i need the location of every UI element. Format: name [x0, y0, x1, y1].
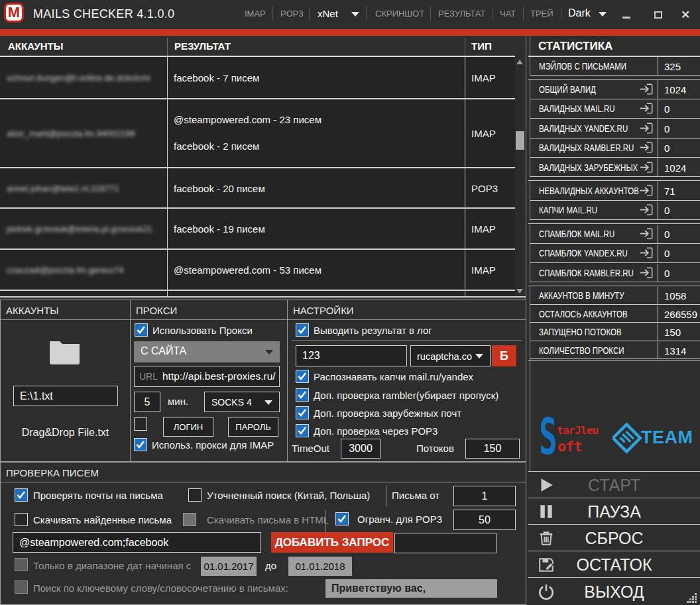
cell-result: facebook - 19 писем: [174, 223, 265, 235]
export-arrow-icon[interactable]: [639, 246, 654, 260]
stat-row: ОБЩИЙ ВАЛИД1024: [530, 80, 700, 99]
rambler-check-checkbox[interactable]: [296, 388, 309, 402]
settings-panel-title: НАСТРОЙКИ: [293, 305, 354, 316]
table-row[interactable]: piotrek.grzesiuk@interia.pl.grzesiuk21 f…: [0, 209, 515, 250]
export-arrow-icon[interactable]: [639, 227, 654, 241]
pop3-limit-checkbox[interactable]: [335, 512, 349, 525]
menu-pop3[interactable]: POP3: [280, 9, 304, 19]
date-range-checkbox[interactable]: [15, 558, 28, 571]
table-row[interactable]: annet.johan@tele2.nl.316771 facebook - 2…: [0, 168, 515, 209]
proxy-minutes-input[interactable]: 5: [134, 392, 160, 412]
letters-from-input[interactable]: 1: [453, 486, 516, 506]
stat-value: 1314: [664, 345, 686, 356]
check-mail-checkbox[interactable]: [15, 488, 28, 502]
scroll-down-icon[interactable]: [516, 289, 523, 294]
rest-button[interactable]: ОСТАТОК: [528, 551, 700, 577]
close-button[interactable]: ✕: [675, 8, 695, 21]
use-proxy-checkbox[interactable]: [135, 323, 148, 337]
stat-value: 325: [664, 60, 681, 72]
recognize-captcha-checkbox[interactable]: [296, 370, 309, 383]
cell-type: IMAP: [471, 128, 496, 139]
cell-type: IMAP: [471, 264, 496, 276]
socks-dropdown[interactable]: SOCKS 4: [204, 392, 280, 412]
proxy-url-field[interactable]: URL http://api.best-proxies.ru/: [134, 366, 280, 387]
stat-row: ОСТАЛОСЬ АККАУНТОВ266559: [530, 305, 700, 323]
query-extra-input[interactable]: [394, 533, 496, 553]
logo-text-oft: oft: [557, 438, 582, 455]
pause-button[interactable]: ПАУЗА: [528, 498, 700, 524]
resize-grip[interactable]: [687, 593, 697, 603]
stat-row: ВАЛИДНЫХ ЗАРУБЕЖНЫХ1024: [530, 158, 700, 177]
table-row[interactable]: schnuri.tlungen@t-online.de.dcbclcml fac…: [0, 57, 515, 99]
download-html-checkbox[interactable]: [183, 513, 196, 526]
export-arrow-icon[interactable]: [639, 160, 654, 175]
theme-dropdown-icon[interactable]: [599, 12, 607, 17]
minimize-button[interactable]: [616, 8, 636, 21]
export-arrow-icon[interactable]: [639, 203, 654, 217]
xnet-dropdown-icon[interactable]: [351, 12, 359, 17]
menu-chat[interactable]: ЧАТ: [500, 9, 516, 19]
download-letters-label: Скачивать найденные письма: [33, 514, 172, 525]
add-query-button[interactable]: ДОБАВИТЬ ЗАПРОС: [271, 532, 393, 553]
scroll-up-icon[interactable]: [516, 60, 523, 64]
stat-row: СПАМБЛОК MAIL.RU0: [530, 225, 700, 243]
file-path-input[interactable]: E:\1.txt: [13, 386, 118, 406]
captcha-key-input[interactable]: 123: [296, 345, 407, 366]
pop3-limit-input[interactable]: 50: [453, 510, 516, 530]
reset-button[interactable]: СБРОС: [528, 524, 700, 551]
imap-proxy-checkbox[interactable]: [134, 438, 147, 451]
threads-input[interactable]: 150: [465, 439, 520, 459]
captcha-service-dropdown[interactable]: rucaptcha.co: [410, 345, 491, 366]
timeout-input[interactable]: 3000: [341, 439, 380, 459]
download-letters-checkbox[interactable]: [15, 513, 28, 526]
menu-result[interactable]: РЕЗУЛЬТАТ: [438, 9, 485, 19]
table-row[interactable]: aloiz_marti@poczta.fm.94002196 @steampow…: [0, 99, 515, 168]
login-button[interactable]: ЛОГИН: [163, 417, 213, 437]
folder-icon[interactable]: [48, 335, 81, 368]
imap-proxy-label: Использ. прокси для IMAP: [152, 439, 274, 451]
export-arrow-icon[interactable]: [639, 82, 654, 97]
table-scrollbar[interactable]: [515, 57, 525, 296]
stat-row: МЭЙЛОВ С ПИСЬМАМИ325: [530, 57, 700, 76]
proxy-auth-checkbox[interactable]: [134, 417, 147, 431]
foreign-check-checkbox[interactable]: [296, 406, 309, 419]
cell-account: piotrek.grzesiuk@interia.pl.grzesiuk21: [7, 223, 162, 235]
refined-search-checkbox[interactable]: [188, 488, 202, 502]
scrollbar-thumb[interactable]: [516, 131, 524, 150]
column-header-accounts[interactable]: АККАУНТЫ: [0, 36, 168, 56]
maximize-button[interactable]: [648, 8, 668, 21]
menu-screenshot[interactable]: СКРИНШОТ: [375, 9, 424, 19]
menu-xnet[interactable]: xNet: [318, 8, 338, 19]
keyword-input[interactable]: Приветствую вас,: [325, 579, 497, 598]
password-button[interactable]: ПАРОЛЬ: [228, 417, 278, 437]
menu-separator: [272, 7, 273, 20]
export-arrow-icon[interactable]: [639, 140, 654, 155]
start-button[interactable]: СТАРТ: [528, 471, 700, 498]
export-arrow-icon[interactable]: [639, 121, 654, 136]
log-checkbox[interactable]: [296, 323, 309, 337]
export-arrow-icon[interactable]: [639, 266, 654, 280]
theme-selector[interactable]: Dark: [568, 7, 591, 19]
table-row[interactable]: czaczadi@poczta.fm.genius74 @steampowere…: [0, 250, 515, 291]
exit-button[interactable]: ВЫХОД: [528, 577, 700, 605]
pop3-check-checkbox[interactable]: [296, 424, 309, 437]
log-label: Выводить результат в лог: [314, 325, 432, 336]
stat-label: АККАУНТОВ В МИНУТУ: [539, 290, 624, 301]
balance-button[interactable]: Б: [492, 345, 516, 366]
column-header-result[interactable]: РЕЗУЛЬТАТ: [168, 36, 465, 56]
column-header-type[interactable]: ТИП: [465, 36, 515, 56]
date-to-field[interactable]: 01.01.2018: [288, 557, 352, 576]
menu-imap[interactable]: IMAP: [245, 9, 266, 19]
date-from-field[interactable]: 01.01.2017: [201, 557, 257, 576]
table-bottom-border: [0, 296, 526, 298]
keyword-checkbox[interactable]: [15, 580, 28, 594]
export-arrow-icon[interactable]: [639, 101, 654, 116]
menu-tray[interactable]: ТРЕЙ: [530, 9, 554, 19]
query-input[interactable]: @steampowered.com;facebook: [13, 532, 261, 553]
proxy-source-dropdown[interactable]: С САЙТА: [134, 341, 280, 362]
stat-label: ВАЛИДНЫХ ЗАРУБЕЖНЫХ: [539, 162, 638, 173]
dropdown-icon: [264, 400, 272, 405]
cell-account: schnuri.tlungen@t-online.de.dcbclcml: [7, 72, 162, 83]
use-proxy-label: Использовать Прокси: [152, 325, 253, 336]
export-arrow-icon[interactable]: [639, 184, 654, 198]
